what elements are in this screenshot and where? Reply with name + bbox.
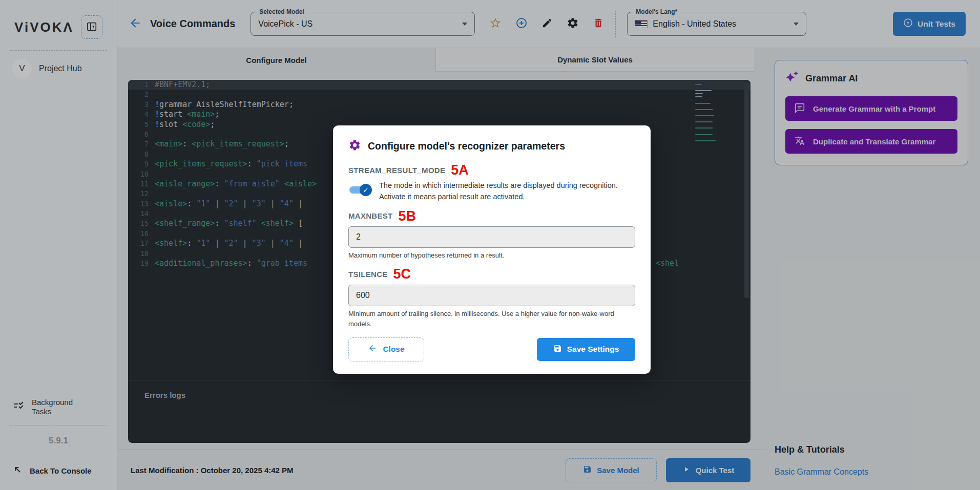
stream-result-description: The mode in which intermediate results a…	[379, 180, 618, 203]
maxnbest-input[interactable]	[348, 226, 635, 248]
stream-result-mode-label: STREAM_RESULT_MODE	[348, 166, 445, 175]
toggle-knob-check-icon: ✓	[360, 184, 372, 196]
maxnbest-row: MAXNBEST 5B	[348, 210, 635, 222]
tsilence-input[interactable]	[348, 285, 635, 306]
modal-title: Configure model's recognizer parameters	[368, 140, 565, 152]
save-settings-label: Save Settings	[567, 345, 619, 354]
recognizer-parameters-modal: Configure model's recognizer parameters …	[333, 125, 651, 374]
modal-footer: Close Save Settings	[348, 337, 635, 361]
close-label: Close	[383, 345, 404, 354]
tsilence-row: TSILENCE 5C	[348, 268, 635, 280]
floppy-icon	[553, 344, 562, 355]
app-window: ViVOKΛ V Project Hub Background Tasks 5.…	[0, 0, 980, 490]
annotation-5c: 5C	[393, 268, 411, 280]
gear-icon	[348, 139, 361, 154]
annotation-5a: 5A	[451, 164, 469, 176]
tsilence-label: TSILENCE	[348, 270, 388, 279]
stream-result-toggle-row: ✓ The mode in which intermediate results…	[348, 180, 635, 203]
stream-result-toggle[interactable]: ✓	[348, 183, 372, 197]
left-arrow-icon	[368, 344, 377, 355]
annotation-5b: 5B	[399, 210, 416, 222]
close-button[interactable]: Close	[348, 337, 424, 361]
modal-header: Configure model's recognizer parameters	[348, 139, 635, 154]
stream-result-mode-row: STREAM_RESULT_MODE 5A	[348, 164, 635, 176]
maxnbest-label: MAXNBEST	[348, 211, 393, 220]
tsilence-helper: Minimum amount of trailing silence, in m…	[348, 309, 635, 329]
maxnbest-helper: Maximum number of hypotheses returned in…	[348, 250, 635, 261]
save-settings-button[interactable]: Save Settings	[537, 338, 635, 361]
